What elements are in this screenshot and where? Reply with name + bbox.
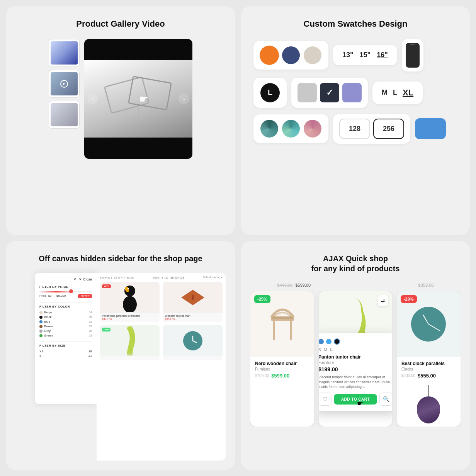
swatch-gradient-2[interactable] bbox=[282, 120, 300, 138]
gallery-title: Product Gallery Video bbox=[76, 19, 165, 30]
modal-dot-blue[interactable] bbox=[319, 339, 324, 344]
count-green: 19 bbox=[89, 334, 92, 337]
show-12[interactable]: |12 bbox=[165, 276, 168, 279]
gallery-thumbs: ▶ bbox=[49, 39, 80, 159]
color-label-black[interactable]: Black bbox=[39, 315, 52, 319]
color-label-gray[interactable]: Gray bbox=[39, 329, 51, 333]
dot-blue bbox=[39, 320, 42, 323]
product-info-1: Nerd wooden chair Furniture $799.00 $599… bbox=[250, 357, 314, 385]
dot-beige bbox=[39, 311, 42, 314]
prev-arrow[interactable]: ‹ bbox=[87, 94, 98, 104]
product-qs-3[interactable]: -29% Best clock parallels Clocks $700.00… bbox=[397, 291, 461, 427]
share-icon-btn[interactable]: ⇄ bbox=[377, 295, 388, 306]
price-new-1: $599.00 bbox=[271, 373, 289, 379]
color-label-blue[interactable]: Blue bbox=[39, 320, 50, 323]
qs-top-prices: $449.00 $599.00 $359.00 bbox=[250, 283, 461, 287]
modal-dot-lightblue[interactable] bbox=[326, 339, 332, 344]
slider-knob[interactable] bbox=[69, 289, 73, 293]
swatch-dark-sq[interactable]: ✓ bbox=[320, 83, 339, 102]
price-old-3: $700.00 bbox=[401, 374, 415, 378]
color-label-beige[interactable]: Beige bbox=[39, 311, 52, 314]
sort-select[interactable]: Default sorting ▾ bbox=[203, 276, 223, 279]
thumb-3[interactable] bbox=[49, 101, 80, 129]
main-gallery-image: ☛ ‹ › bbox=[84, 39, 192, 159]
text-sizes-card-1: 13" 15" 16" bbox=[333, 45, 397, 65]
mini-product-2[interactable]: Wooden bow tie man $339.00 bbox=[163, 282, 223, 322]
hot-badge: HOT bbox=[102, 284, 111, 288]
count-beige: 14 bbox=[89, 311, 92, 314]
divider-2 bbox=[39, 341, 92, 342]
gallery-card: Product Gallery Video ▶ bbox=[6, 6, 235, 235]
close-sidebar-btn[interactable]: ✕ ✕ Close bbox=[39, 277, 92, 281]
number-256[interactable]: 256 bbox=[373, 119, 404, 139]
square-swatches-card: ✓ bbox=[291, 78, 368, 108]
size-xs-count: 18 bbox=[88, 350, 92, 353]
modal-price: $199.00 bbox=[319, 366, 392, 372]
wishlist-btn[interactable]: ♡ bbox=[319, 393, 332, 406]
lamp-area bbox=[397, 385, 461, 427]
show-label: Show: bbox=[153, 276, 160, 279]
show-24[interactable]: |24 bbox=[175, 276, 179, 279]
filter-apply-btn[interactable]: FILTER bbox=[78, 294, 92, 298]
swatch-gradient-1[interactable] bbox=[260, 120, 278, 138]
blue-swatch-rect[interactable] bbox=[415, 118, 446, 139]
size-16[interactable]: 16" bbox=[377, 51, 388, 59]
size-l[interactable]: L bbox=[393, 88, 397, 97]
swatches-grid: 13" 15" 16" L ✓ bbox=[250, 39, 461, 144]
price-old-1: $799.00 bbox=[255, 374, 269, 378]
letter-swatch-card: L bbox=[253, 78, 287, 108]
modal-search-btn[interactable]: 🔍 bbox=[379, 393, 392, 406]
mini-price-4 bbox=[163, 359, 223, 360]
swatch-gray-sq[interactable] bbox=[298, 83, 317, 102]
size-xl[interactable]: XL bbox=[403, 88, 413, 98]
modal-size-m[interactable]: M bbox=[324, 348, 327, 352]
cursor-hand-qs: ☛ bbox=[357, 400, 363, 408]
qs-price-col-3: $359.00 bbox=[418, 283, 434, 287]
mini-product-4[interactable] bbox=[163, 325, 223, 360]
bird-svg bbox=[120, 283, 139, 312]
size-row-s: S 21 bbox=[39, 354, 92, 357]
price-filter-section: FILTER BY PRICE Price: $0 — $8,200 FILTE… bbox=[39, 285, 92, 298]
bowtie-right bbox=[193, 290, 204, 305]
mini-product-1[interactable]: HOT Pellentibus parturient orci marbi $4… bbox=[100, 282, 160, 322]
count-brown: 18 bbox=[89, 325, 92, 328]
show-9[interactable]: 9 bbox=[162, 276, 163, 279]
color-label-brown[interactable]: Brown bbox=[39, 325, 53, 328]
price-slider[interactable] bbox=[39, 291, 92, 292]
dot-gray bbox=[39, 330, 42, 333]
swatch-navy[interactable] bbox=[282, 46, 300, 64]
product-qs-1[interactable]: -25% Nerd wooden chair Furniture bbox=[250, 291, 314, 427]
number-128[interactable]: 128 bbox=[339, 119, 370, 139]
size-s[interactable]: S bbox=[39, 354, 41, 357]
thumb-1[interactable] bbox=[49, 39, 80, 67]
mini-price-2: $339.00 bbox=[163, 318, 223, 322]
swatch-orange[interactable] bbox=[260, 46, 278, 64]
mini-product-3[interactable]: -29% bbox=[100, 325, 160, 360]
swatch-lavender-sq[interactable] bbox=[342, 83, 362, 102]
show-18[interactable]: |18 bbox=[170, 276, 174, 279]
mini-price-1: $441.00 bbox=[100, 318, 160, 322]
thumb-2[interactable]: ▶ bbox=[49, 70, 80, 98]
size-m[interactable]: M bbox=[382, 88, 388, 97]
size-13[interactable]: 13" bbox=[342, 51, 354, 59]
color-label-green[interactable]: Green bbox=[39, 334, 53, 337]
dot-black bbox=[39, 316, 42, 319]
modal-dot-black[interactable] bbox=[334, 338, 340, 345]
quick-shop-modal: S M L Panton tunior chair Furniture $199… bbox=[319, 333, 392, 411]
size-xs[interactable]: XS bbox=[39, 350, 44, 353]
product-qs-2[interactable]: S M L ⇄ Panton bbox=[319, 291, 392, 427]
size-15[interactable]: 15" bbox=[360, 51, 371, 59]
modal-size-l[interactable]: L bbox=[330, 348, 333, 352]
lamp-shape bbox=[417, 385, 440, 423]
sidebar-title-text: Off canvas hidden sidebar for the shop p… bbox=[39, 254, 202, 263]
show-39[interactable]: |39 bbox=[180, 276, 184, 279]
gallery-container: ▶ ☛ bbox=[15, 39, 226, 159]
letter-swatch-l[interactable]: L bbox=[260, 83, 280, 102]
swatch-beige[interactable] bbox=[304, 46, 321, 64]
dot-brown bbox=[39, 325, 42, 328]
add-to-cart-btn[interactable]: ADD TO CART bbox=[334, 394, 377, 405]
swatches-row-2: L ✓ M L XL bbox=[253, 78, 457, 108]
modal-size-s[interactable]: S bbox=[319, 348, 321, 352]
next-arrow[interactable]: › bbox=[178, 94, 189, 104]
swatch-gradient-3[interactable] bbox=[304, 120, 321, 138]
